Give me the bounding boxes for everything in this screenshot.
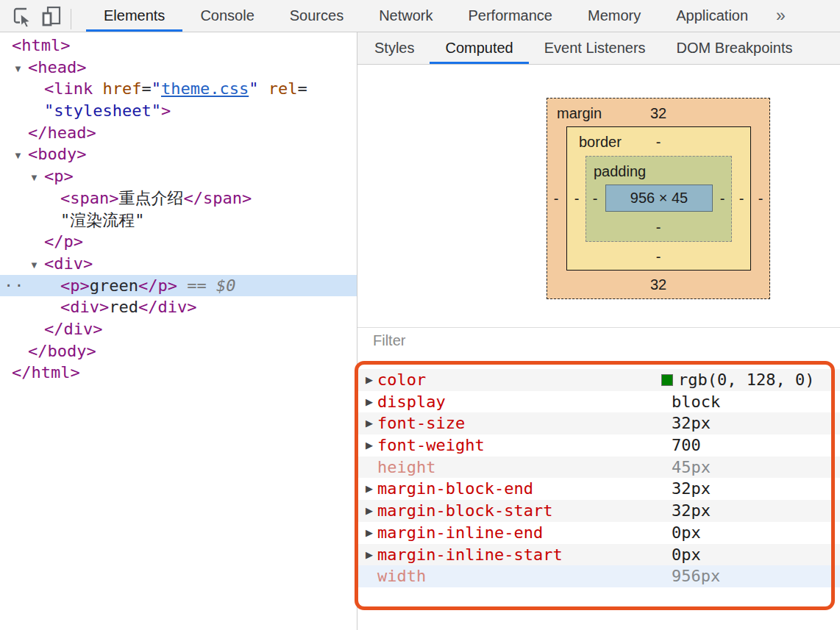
margin-top-value[interactable]: 32 <box>547 103 770 124</box>
sidebar-tab-styles[interactable]: Styles <box>359 32 430 64</box>
tab-application[interactable]: Application <box>658 0 766 32</box>
padding-right-value[interactable]: - <box>714 188 730 209</box>
dom-tree-row[interactable]: <span>重点介绍</span> <box>0 187 357 210</box>
disclosure-arrow-icon[interactable]: ▶ <box>366 391 373 413</box>
dom-tree-row[interactable]: "渲染流程" <box>0 210 357 232</box>
tab-network[interactable]: Network <box>361 0 450 32</box>
computed-property-margin-inline-end[interactable]: ▶margin-inline-end0px <box>357 522 840 544</box>
more-tabs-button[interactable]: » <box>767 0 794 32</box>
dom-tree-row[interactable]: <html> <box>0 35 357 57</box>
margin-right-value[interactable]: - <box>752 188 769 209</box>
dom-token-tag: </head> <box>28 124 96 142</box>
sidebar-tab-computed[interactable]: Computed <box>430 32 528 64</box>
dom-tree-row[interactable]: ▼<head> <box>0 57 357 79</box>
filter-input[interactable] <box>373 332 579 349</box>
dom-tree-row-selected[interactable]: ··<p>green</p> == $0 <box>0 275 357 297</box>
devtools-toolbar: ElementsConsoleSourcesNetworkPerformance… <box>0 0 840 32</box>
dom-tree-row[interactable]: </head> <box>0 122 357 144</box>
dom-token-tag: </div> <box>138 298 196 316</box>
border-left-value[interactable]: - <box>569 188 585 209</box>
computed-property-height[interactable]: height45px <box>357 457 840 479</box>
dom-token-val: "stylesheet" <box>44 101 161 120</box>
toggle-device-toolbar-button[interactable] <box>37 4 66 29</box>
border-bottom-value[interactable]: - <box>547 246 770 267</box>
sidebar-tab-dom-breakpoints[interactable]: DOM Breakpoints <box>661 32 808 64</box>
disclosure-arrow-icon[interactable]: ▶ <box>366 478 373 500</box>
dom-tree-row[interactable]: ▼<body> <box>0 143 357 165</box>
property-value: 956px <box>672 565 720 587</box>
expand-arrow-icon[interactable]: ▼ <box>29 167 44 189</box>
margin-bottom-value[interactable]: 32 <box>547 274 770 295</box>
tab-performance[interactable]: Performance <box>451 0 571 32</box>
property-name: color <box>377 369 426 391</box>
expand-arrow-icon[interactable]: ▼ <box>29 254 44 276</box>
dom-token-tag: <div> <box>44 254 93 273</box>
inspect-element-button[interactable] <box>7 4 37 29</box>
property-name: margin-block-start <box>377 500 552 522</box>
dom-token-tag: <body> <box>28 145 86 163</box>
dom-tree-row[interactable]: </html> <box>0 362 357 384</box>
property-value: 32px <box>672 500 711 522</box>
dom-token-plain: red <box>109 298 138 316</box>
computed-property-display[interactable]: ▶displayblock <box>357 391 840 413</box>
dom-token-tag: <link <box>44 79 102 98</box>
disclosure-arrow-icon[interactable]: ▶ <box>366 500 373 522</box>
dom-tree-row[interactable]: </body> <box>0 340 357 362</box>
computed-properties-list: ▶colorrgb(0, 128, 0)▶displayblock▶font-s… <box>357 369 840 587</box>
computed-property-margin-block-end[interactable]: ▶margin-block-end32px <box>357 478 840 500</box>
computed-pane: 956 × 45 margin 32 32 - - border - - - -… <box>357 65 840 630</box>
property-value: 45px <box>672 457 711 479</box>
dom-token-plain: "渲染流程" <box>60 211 145 229</box>
padding-label: padding <box>594 161 646 182</box>
disclosure-arrow-icon[interactable]: ▶ <box>366 522 373 544</box>
computed-property-font-size[interactable]: ▶font-size32px <box>357 412 840 434</box>
elements-panel: <html>▼<head><link href="theme.css" rel=… <box>0 32 357 630</box>
tab-elements[interactable]: Elements <box>86 0 182 32</box>
dom-tree-row[interactable]: </div> <box>0 318 357 340</box>
dom-tree-row[interactable]: ▼<p> <box>0 165 357 187</box>
property-name: margin-inline-start <box>377 544 563 566</box>
computed-property-margin-block-start[interactable]: ▶margin-block-start32px <box>357 500 840 522</box>
dom-tree-row[interactable]: </p> <box>0 231 357 253</box>
border-top-value[interactable]: - <box>547 132 770 152</box>
computed-property-font-weight[interactable]: ▶font-weight700 <box>357 434 840 457</box>
margin-left-value[interactable]: - <box>548 188 564 209</box>
padding-bottom-value[interactable]: - <box>547 217 770 237</box>
disclosure-arrow-icon[interactable]: ▶ <box>366 412 373 434</box>
dom-token-tag: </div> <box>44 320 102 338</box>
computed-property-margin-inline-start[interactable]: ▶margin-inline-start0px <box>357 544 840 566</box>
sidebar-tab-event-listeners[interactable]: Event Listeners <box>529 32 661 64</box>
dom-token-meta: == <box>177 276 216 295</box>
computed-property-color[interactable]: ▶colorrgb(0, 128, 0) <box>357 369 840 391</box>
property-name: width <box>377 565 426 587</box>
tab-console[interactable]: Console <box>182 0 271 32</box>
devtools-main: <html>▼<head><link href="theme.css" rel=… <box>0 32 840 630</box>
dom-tree-row[interactable]: ▼<div> <box>0 253 357 275</box>
dom-tree-row[interactable]: <div>red</div> <box>0 296 357 318</box>
dom-tree: <html>▼<head><link href="theme.css" rel=… <box>0 35 357 384</box>
border-right-value[interactable]: - <box>733 188 750 209</box>
disclosure-arrow-icon[interactable]: ▶ <box>366 434 373 457</box>
disclosure-arrow-icon[interactable]: ▶ <box>366 544 373 566</box>
tab-sources[interactable]: Sources <box>272 0 361 32</box>
content-size-value: 956 × 45 <box>630 190 688 207</box>
padding-left-value[interactable]: - <box>587 188 603 209</box>
expand-arrow-icon[interactable]: ▼ <box>13 145 28 167</box>
elements-sidebar: StylesComputedEvent ListenersDOM Breakpo… <box>357 32 840 630</box>
property-name: font-size <box>377 412 465 434</box>
property-name: height <box>377 457 435 479</box>
box-model-content-box[interactable]: 956 × 45 <box>605 185 713 212</box>
dom-token-tag: <div> <box>60 298 109 316</box>
computed-property-width[interactable]: width956px <box>357 565 840 587</box>
dom-token-tag: <p> <box>44 167 74 185</box>
devtools-tabs: ElementsConsoleSourcesNetworkPerformance… <box>86 0 766 32</box>
dom-tree-row[interactable]: "stylesheet"> <box>0 100 357 122</box>
disclosure-arrow-icon[interactable]: ▶ <box>366 369 373 391</box>
attribute-value-link[interactable]: theme.css <box>161 79 249 98</box>
tab-memory[interactable]: Memory <box>570 0 658 32</box>
dom-token-tag: </span> <box>183 189 252 207</box>
property-value: 0px <box>672 544 701 566</box>
expand-arrow-icon[interactable]: ▼ <box>13 58 28 80</box>
dom-tree-row[interactable]: <link href="theme.css" rel= <box>0 78 357 100</box>
dom-token-tag: <html> <box>12 36 70 54</box>
